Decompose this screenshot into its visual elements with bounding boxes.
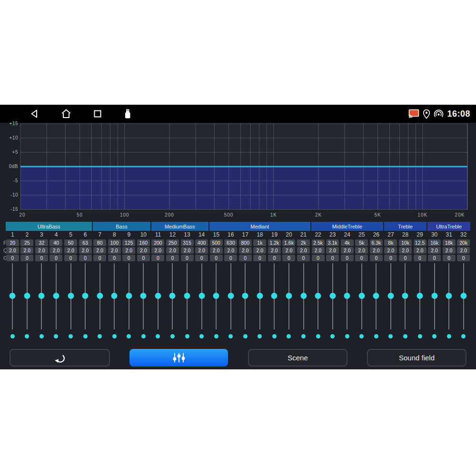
- slider-handle[interactable]: [358, 293, 365, 299]
- scene-button[interactable]: Scene: [248, 349, 347, 367]
- slider-handle[interactable]: [242, 293, 248, 299]
- channel-dot: [141, 334, 146, 338]
- band-strip: UltraBassBassMediumBassMediantMiddleTreb…: [5, 222, 471, 231]
- eq-slider-ch18[interactable]: [253, 263, 268, 330]
- eq-slider-ch31[interactable]: [442, 263, 456, 330]
- eq-slider-ch25[interactable]: [355, 263, 369, 330]
- eq-slider-ch11[interactable]: [151, 263, 166, 330]
- channel-number: 21: [296, 231, 311, 238]
- slider-handle[interactable]: [155, 293, 161, 299]
- freq-value-chip: 160: [137, 239, 150, 246]
- gain-value-chip: 0: [166, 255, 179, 261]
- slider-handle[interactable]: [140, 293, 147, 299]
- eq-slider-ch32[interactable]: [456, 263, 471, 330]
- reset-button[interactable]: [10, 349, 110, 367]
- slider-handle[interactable]: [111, 293, 118, 299]
- slider-handle[interactable]: [271, 293, 278, 299]
- sound-field-button[interactable]: Sound field: [367, 349, 466, 367]
- slider-handle[interactable]: [169, 293, 176, 299]
- eq-slider-ch30[interactable]: [427, 263, 442, 330]
- slider-handle[interactable]: [344, 293, 350, 299]
- channel-dot: [25, 334, 29, 338]
- eq-slider-ch13[interactable]: [180, 263, 195, 330]
- slider-handle[interactable]: [10, 293, 16, 299]
- slider-handle[interactable]: [82, 293, 89, 299]
- eq-slider-ch22[interactable]: [311, 263, 326, 330]
- gain-slider-bank: [5, 263, 471, 330]
- back-icon[interactable]: [29, 108, 40, 119]
- eq-slider-ch29[interactable]: [413, 263, 427, 330]
- slider-handle[interactable]: [460, 293, 466, 299]
- eq-slider-ch12[interactable]: [165, 263, 180, 330]
- gain-value-chip: 0: [93, 255, 106, 261]
- slider-handle[interactable]: [257, 293, 263, 299]
- gain-value-chip: 0: [151, 255, 164, 261]
- channel-number: 1: [5, 231, 20, 238]
- band-bass[interactable]: Bass: [93, 222, 150, 231]
- eq-slider-ch19[interactable]: [267, 263, 282, 330]
- slider-handle[interactable]: [39, 293, 45, 299]
- eq-slider-ch21[interactable]: [296, 263, 311, 330]
- slider-handle[interactable]: [184, 293, 190, 299]
- band-mediant[interactable]: Mediant: [209, 222, 310, 231]
- slider-handle[interactable]: [315, 293, 321, 299]
- channel-number: 30: [427, 231, 442, 238]
- band-treble[interactable]: Treble: [384, 222, 427, 231]
- eq-slider-ch23[interactable]: [325, 263, 340, 330]
- slider-handle[interactable]: [97, 293, 103, 299]
- slider-handle[interactable]: [446, 293, 452, 299]
- band-ultrabass[interactable]: UltraBass: [6, 222, 92, 231]
- band-mediumbass[interactable]: MediumBass: [151, 222, 208, 231]
- channel-number: 20: [282, 231, 297, 238]
- eq-slider-ch3[interactable]: [34, 263, 49, 330]
- eq-slider-ch4[interactable]: [49, 263, 64, 330]
- eq-slider-ch5[interactable]: [63, 263, 78, 330]
- page-background: { "colors": { "content_bg": "#1d2127", "…: [0, 0, 476, 476]
- gain-value-chip: 0: [443, 255, 456, 261]
- slider-handle[interactable]: [213, 293, 219, 299]
- recents-icon[interactable]: [92, 108, 103, 119]
- eq-slider-ch17[interactable]: [238, 263, 253, 330]
- home-icon[interactable]: [60, 108, 72, 119]
- slider-handle[interactable]: [329, 293, 336, 299]
- eq-slider-ch20[interactable]: [282, 263, 297, 330]
- equalizer-button[interactable]: [129, 349, 228, 367]
- freq-tick-label: 20K: [455, 212, 465, 218]
- eq-slider-ch15[interactable]: [209, 263, 224, 330]
- location-icon: [423, 109, 430, 119]
- channel-dot: [432, 334, 436, 338]
- eq-slider-ch26[interactable]: [369, 263, 384, 330]
- slider-handle[interactable]: [431, 293, 437, 299]
- eq-slider-ch2[interactable]: [20, 263, 35, 330]
- freq-value-chip: 2k: [297, 239, 310, 246]
- eq-slider-ch16[interactable]: [223, 263, 238, 330]
- slider-handle[interactable]: [300, 293, 307, 299]
- slider-handle[interactable]: [402, 293, 408, 299]
- eq-slider-ch8[interactable]: [107, 263, 122, 330]
- eq-slider-ch14[interactable]: [194, 263, 209, 330]
- slider-handle[interactable]: [417, 293, 423, 299]
- eq-slider-ch6[interactable]: [78, 263, 93, 330]
- eq-slider-ch24[interactable]: [340, 263, 355, 330]
- gain-value-chip: 0: [282, 255, 295, 261]
- gain-value-chip: 0: [370, 255, 383, 261]
- eq-slider-ch10[interactable]: [136, 263, 151, 330]
- eq-slider-ch28[interactable]: [398, 263, 413, 330]
- slider-handle[interactable]: [24, 293, 30, 299]
- eq-slider-ch27[interactable]: [384, 263, 398, 330]
- eq-slider-ch7[interactable]: [92, 263, 107, 330]
- slider-handle[interactable]: [286, 293, 292, 299]
- slider-handle[interactable]: [373, 293, 379, 299]
- q-value-chip: 2.0: [20, 247, 33, 254]
- band-middletreble[interactable]: MiddleTreble: [311, 222, 383, 231]
- channel-dot: [388, 334, 393, 338]
- eq-slider-ch1[interactable]: [5, 263, 20, 330]
- slider-handle[interactable]: [387, 293, 394, 299]
- slider-handle[interactable]: [126, 293, 132, 299]
- slider-handle[interactable]: [68, 293, 74, 299]
- slider-handle[interactable]: [53, 293, 59, 299]
- band-ultratreble[interactable]: UltraTreble: [427, 222, 470, 231]
- eq-slider-ch9[interactable]: [122, 263, 137, 330]
- slider-handle[interactable]: [228, 293, 234, 299]
- slider-handle[interactable]: [198, 293, 205, 299]
